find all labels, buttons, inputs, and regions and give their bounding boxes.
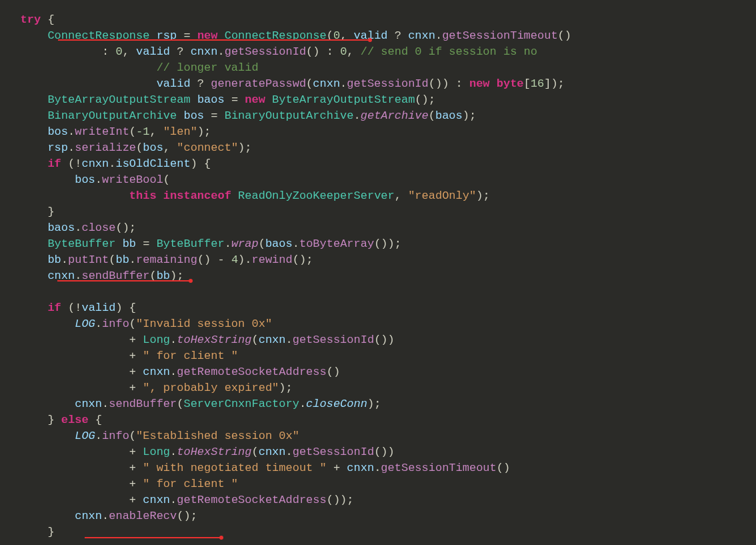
t-try: try { ConnectResponse rsp = new ConnectR… bbox=[0, 13, 571, 538]
annotation-underline bbox=[57, 280, 191, 282]
code-block: try { ConnectResponse rsp = new ConnectR… bbox=[0, 0, 756, 540]
annotation-underline bbox=[85, 537, 221, 538]
annotation-underline bbox=[58, 39, 370, 41]
